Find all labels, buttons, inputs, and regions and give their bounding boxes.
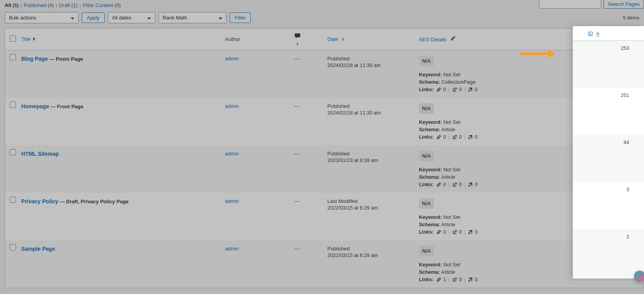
col-title[interactable]: Title▲▼ xyxy=(21,36,36,42)
col-author: Author xyxy=(221,28,290,50)
filter-button[interactable]: Filter xyxy=(230,12,251,23)
row-checkbox[interactable] xyxy=(10,149,16,155)
rankmath-filter-select[interactable]: Rank Math xyxy=(158,12,227,23)
date-value: 2023/01/23 at 9:18 am xyxy=(327,157,411,163)
svg-marker-1 xyxy=(548,50,555,58)
author-link[interactable]: admin xyxy=(225,198,239,204)
comment-bubble-icon xyxy=(294,32,319,39)
caret-down-icon: ▼ xyxy=(596,33,600,35)
internal-link-icon: 0 xyxy=(436,86,446,92)
page-title-link[interactable]: HTML Sitemap xyxy=(21,151,59,157)
date-status: Published xyxy=(327,103,411,109)
row-checkbox[interactable] xyxy=(10,102,16,108)
incoming-link-icon: 0 xyxy=(468,229,477,235)
table-row: HTML Sitemap admin — Published 2023/01/2… xyxy=(5,145,644,193)
seo-score-badge: N/A xyxy=(419,198,434,209)
comments-count: — xyxy=(294,56,299,62)
post-state: — Posts Page xyxy=(49,56,83,62)
caret-down-icon: ▼ xyxy=(341,39,345,41)
pages-table: Title▲▼ Author ▲▼ Date▲▼ SEO Details ID▲… xyxy=(5,28,644,288)
date-value: 2022/03/15 at 6:29 am xyxy=(327,252,411,258)
external-link-icon: 0 xyxy=(452,181,462,187)
page-title-link[interactable]: Homepage xyxy=(21,103,49,109)
id-value: 2 xyxy=(626,229,629,239)
caret-down-icon: ▼ xyxy=(32,39,36,41)
table-row: Homepage — Front Page admin — Published … xyxy=(5,98,644,145)
page-title-link[interactable]: Blog Page xyxy=(21,56,48,62)
select-all-checkbox[interactable] xyxy=(10,35,16,42)
date-status: Published xyxy=(327,151,411,157)
apply-button[interactable]: Apply xyxy=(82,12,105,23)
id-value: 3 xyxy=(626,182,629,192)
date-status: Last Modified xyxy=(327,198,411,204)
date-status: Published xyxy=(327,246,411,252)
date-value: 2024/02/28 at 11:30 am xyxy=(327,62,411,68)
comments-count: — xyxy=(294,103,299,109)
id-value: 253 xyxy=(621,41,629,51)
incoming-link-icon: 0 xyxy=(468,276,477,282)
date-value: 2022/03/15 at 6:29 am xyxy=(327,205,411,211)
id-value: 94 xyxy=(624,135,629,145)
table-row: Privacy Policy — Draft, Privacy Policy P… xyxy=(5,193,644,240)
author-link[interactable]: admin xyxy=(225,56,239,62)
search-pages-button[interactable]: Search Pages xyxy=(604,0,644,9)
filter-draft[interactable]: Draft (1) xyxy=(59,2,78,8)
comments-count: — xyxy=(294,151,299,157)
page-title-link[interactable]: Privacy Policy xyxy=(21,198,58,204)
internal-link-icon: 0 xyxy=(436,229,446,235)
col-id-highlighted[interactable]: ID▲▼ xyxy=(588,30,600,36)
caret-down-icon: ▼ xyxy=(296,44,299,46)
id-value: 251 xyxy=(621,88,629,98)
internal-link-icon: 0 xyxy=(436,181,446,187)
chat-bubble-icon[interactable] xyxy=(634,271,644,282)
comments-count: — xyxy=(294,198,299,204)
author-link[interactable]: admin xyxy=(225,103,239,109)
search-pages-input[interactable] xyxy=(539,0,601,9)
external-link-icon: 0 xyxy=(452,229,462,235)
seo-score-badge: N/A xyxy=(419,151,434,161)
external-link-icon: 0 xyxy=(452,276,462,282)
pencil-icon[interactable] xyxy=(450,37,456,42)
comments-count: — xyxy=(294,246,299,252)
seo-score-badge: N/A xyxy=(419,103,434,114)
col-comments[interactable]: ▲▼ xyxy=(290,28,323,50)
row-checkbox[interactable] xyxy=(10,197,16,203)
page-title-link[interactable]: Sample Page xyxy=(21,246,55,252)
date-status: Published xyxy=(327,56,411,62)
date-filter-select[interactable]: All dates xyxy=(108,12,155,23)
bulk-actions-select[interactable]: Bulk actions xyxy=(5,12,79,23)
incoming-link-icon: 0 xyxy=(468,86,477,92)
seo-score-badge: N/A xyxy=(419,246,434,256)
filter-all[interactable]: All (5) xyxy=(5,2,19,8)
id-column-highlight: ID▲▼ 253 251 94 3 2 xyxy=(573,26,644,278)
internal-link-icon: 1 xyxy=(436,276,446,282)
internal-link-icon: 0 xyxy=(436,134,446,140)
row-checkbox[interactable] xyxy=(10,244,16,250)
author-link[interactable]: admin xyxy=(225,151,239,157)
seo-score-badge: N/A xyxy=(419,56,434,66)
filter-pillar[interactable]: Pillar Content (0) xyxy=(83,2,121,8)
col-date[interactable]: Date▲▼ xyxy=(327,36,345,42)
table-row: Sample Page admin — Published 2022/03/15… xyxy=(5,240,644,288)
post-state: — Front Page xyxy=(51,104,84,109)
date-value: 2024/02/28 at 11:30 am xyxy=(327,110,411,116)
author-link[interactable]: admin xyxy=(225,246,239,252)
incoming-link-icon: 0 xyxy=(468,134,477,140)
item-count: 5 items xyxy=(623,15,639,21)
post-state: — Draft, Privacy Policy Page xyxy=(60,199,128,204)
row-checkbox[interactable] xyxy=(10,54,16,60)
external-link-icon: 0 xyxy=(452,86,462,92)
annotation-arrow-icon xyxy=(520,50,555,58)
incoming-link-icon: 0 xyxy=(468,181,477,187)
external-link-icon: 0 xyxy=(452,134,462,140)
filter-published[interactable]: Published (4) xyxy=(24,2,54,8)
